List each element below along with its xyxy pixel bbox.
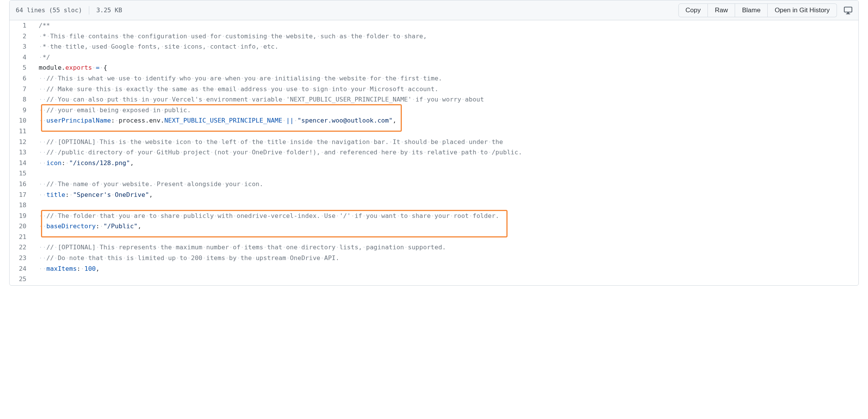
- code-content[interactable]: ·*·the·title,·used·Google·fonts,·site·ic…: [33, 41, 858, 52]
- line-number[interactable]: 24: [10, 264, 33, 274]
- code-content[interactable]: ··title:·"Spencer's·OneDrive",: [33, 190, 858, 200]
- code-line: 20··baseDirectory:·"/Public",: [10, 221, 858, 232]
- line-number[interactable]: 7: [10, 84, 33, 95]
- code-line: 4·*/: [10, 52, 858, 63]
- code-line: 12··//·[OPTIONAL]·This·is·the·website·ic…: [10, 137, 858, 147]
- line-number[interactable]: 5: [10, 62, 33, 73]
- line-number[interactable]: 19: [10, 211, 33, 221]
- code-line: 17··title:·"Spencer's·OneDrive",: [10, 190, 858, 200]
- code-content[interactable]: ··//·The·folder·that·you·are·to·share·pu…: [33, 211, 858, 221]
- code-content[interactable]: ··//·This·is·what·we·use·to·identify·who…: [33, 73, 858, 84]
- file-stats-lines: 64 lines (55 sloc): [16, 7, 82, 14]
- code-line: 6··//·This·is·what·we·use·to·identify·wh…: [10, 73, 858, 84]
- code-area: 1/**2·*·This·file·contains·the·configura…: [10, 20, 858, 285]
- file-toolbar: 64 lines (55 sloc) 3.25 KB Copy Raw Blam…: [10, 0, 858, 20]
- line-number[interactable]: 6: [10, 73, 33, 84]
- line-number[interactable]: 13: [10, 147, 33, 158]
- file-stats-size: 3.25 KB: [96, 7, 122, 14]
- line-number[interactable]: 11: [10, 126, 33, 137]
- line-number[interactable]: 4: [10, 52, 33, 63]
- line-number[interactable]: 18: [10, 200, 33, 211]
- code-line: 7··//·Make·sure·this·is·exactly·the·same…: [10, 84, 858, 95]
- code-content[interactable]: ··//·You·can·also·put·this·in·your·Verce…: [33, 94, 858, 105]
- stats-divider: [89, 6, 89, 15]
- code-content[interactable]: ·*/: [33, 52, 858, 63]
- toolbar-actions: Copy Raw Blame Open in Git History: [678, 3, 853, 17]
- code-line: 19··//·The·folder·that·you·are·to·share·…: [10, 211, 858, 221]
- line-number[interactable]: 23: [10, 253, 33, 264]
- line-number[interactable]: 8: [10, 94, 33, 105]
- open-git-history-button[interactable]: Open in Git History: [768, 3, 837, 17]
- file-stats: 64 lines (55 sloc) 3.25 KB: [16, 6, 122, 15]
- code-content[interactable]: ··//·/public·directory·of·your·GitHub·pr…: [33, 147, 858, 158]
- line-number[interactable]: 3: [10, 41, 33, 52]
- line-number[interactable]: 22: [10, 242, 33, 253]
- code-content[interactable]: ··//·[OPTIONAL]·This·is·the·website·icon…: [33, 137, 858, 147]
- code-content[interactable]: ··//·Make·sure·this·is·exactly·the·same·…: [33, 84, 858, 95]
- code-line: 1/**: [10, 20, 858, 31]
- code-line: 18: [10, 200, 858, 211]
- code-line: 2·*·This·file·contains·the·configuration…: [10, 31, 858, 42]
- code-content[interactable]: ··//·your·email·being·exposed·in·public.: [33, 105, 858, 116]
- btn-group-main: Copy Raw Blame Open in Git History: [678, 3, 837, 17]
- copy-button[interactable]: Copy: [678, 3, 708, 17]
- code-line: 9··//·your·email·being·exposed·in·public…: [10, 105, 858, 116]
- raw-button[interactable]: Raw: [708, 3, 735, 17]
- code-line: 8··//·You·can·also·put·this·in·your·Verc…: [10, 94, 858, 105]
- code-content[interactable]: ··maxItems:·100,: [33, 264, 858, 274]
- file-viewer: 64 lines (55 sloc) 3.25 KB Copy Raw Blam…: [9, 0, 859, 286]
- code-line: 15: [10, 168, 858, 179]
- code-content[interactable]: [33, 168, 858, 179]
- line-number[interactable]: 25: [10, 274, 33, 285]
- code-line: 3·*·the·title,·used·Google·fonts,·site·i…: [10, 41, 858, 52]
- code-content[interactable]: ·*·This·file·contains·the·configuration·…: [33, 31, 858, 42]
- code-line: 13··//·/public·directory·of·your·GitHub·…: [10, 147, 858, 158]
- line-number[interactable]: 14: [10, 158, 33, 169]
- code-content[interactable]: [33, 232, 858, 242]
- code-line: 10··userPrincipalName:·process.env.NEXT_…: [10, 115, 858, 126]
- code-line: 23··//·Do·note·that·this·is·limited·up·t…: [10, 253, 858, 264]
- code-line: 21: [10, 232, 858, 242]
- line-number[interactable]: 12: [10, 137, 33, 147]
- line-number[interactable]: 1: [10, 20, 33, 31]
- code-content[interactable]: ··//·The·name·of·your·website.·Present·a…: [33, 179, 858, 190]
- code-line: 14··icon:·"/icons/128.png",: [10, 158, 858, 169]
- line-number[interactable]: 17: [10, 190, 33, 200]
- line-number[interactable]: 21: [10, 232, 33, 242]
- code-content[interactable]: /**: [33, 20, 858, 31]
- code-line: 11: [10, 126, 858, 137]
- code-content[interactable]: ··icon:·"/icons/128.png",: [33, 158, 858, 169]
- blame-button[interactable]: Blame: [735, 3, 768, 17]
- code-content[interactable]: [33, 126, 858, 137]
- line-number[interactable]: 10: [10, 115, 33, 126]
- code-content[interactable]: ··userPrincipalName:·process.env.NEXT_PU…: [33, 115, 858, 126]
- line-number[interactable]: 9: [10, 105, 33, 116]
- line-number[interactable]: 16: [10, 179, 33, 190]
- code-content[interactable]: [33, 200, 858, 211]
- line-number[interactable]: 2: [10, 31, 33, 42]
- code-content[interactable]: ··//·[OPTIONAL]·This·represents·the·maxi…: [33, 242, 858, 253]
- code-content[interactable]: ··baseDirectory:·"/Public",: [33, 221, 858, 232]
- code-line: 16··//·The·name·of·your·website.·Present…: [10, 179, 858, 190]
- line-number[interactable]: 20: [10, 221, 33, 232]
- code-content[interactable]: module.exports·=·{: [33, 62, 858, 73]
- code-line: 22··//·[OPTIONAL]·This·represents·the·ma…: [10, 242, 858, 253]
- line-number[interactable]: 15: [10, 168, 33, 179]
- code-content[interactable]: ··//·Do·note·that·this·is·limited·up·to·…: [33, 253, 858, 264]
- code-line: 24··maxItems:·100,: [10, 264, 858, 274]
- display-icon[interactable]: [844, 6, 852, 15]
- code-line: 25: [10, 274, 858, 285]
- code-content[interactable]: [33, 274, 858, 285]
- code-line: 5module.exports·=·{: [10, 62, 858, 73]
